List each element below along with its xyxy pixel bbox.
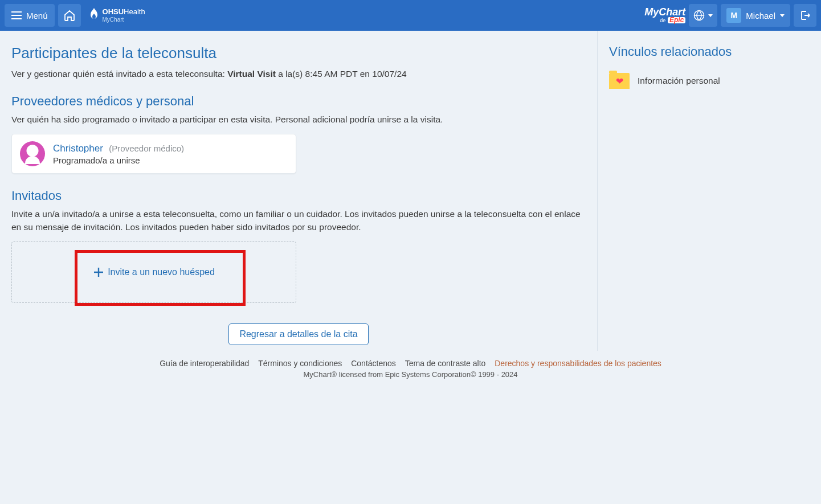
footer-link-rights[interactable]: Derechos y responsabilidades de los paci… xyxy=(495,359,661,368)
chevron-down-icon xyxy=(780,14,785,17)
subtitle-suffix: a la(s) 8:45 AM PDT en 10/07/24 xyxy=(276,69,407,79)
topbar-right: MyChart de Epic M Michael xyxy=(644,4,816,27)
invite-new-guest-button[interactable]: Invite a un nuevo huésped xyxy=(86,262,222,282)
back-button-row: Regresar a detalles de la cita xyxy=(11,323,586,345)
page-title: Participantes de la teleconsulta xyxy=(11,44,586,62)
menu-label: Menú xyxy=(26,11,48,21)
sidebar: Vínculos relacionados ❤ Información pers… xyxy=(597,31,802,351)
visit-name: Virtual Visit xyxy=(227,69,276,79)
providers-heading: Proveedores médicos y personal xyxy=(11,94,586,109)
logout-button[interactable] xyxy=(794,4,816,27)
hamburger-icon xyxy=(11,11,22,19)
user-avatar-initial: M xyxy=(726,8,741,23)
invite-box: Invite a un nuevo huésped xyxy=(11,241,296,303)
chevron-down-icon xyxy=(708,14,713,17)
ohsu-flame-icon xyxy=(89,8,99,23)
logo-suffix: Health xyxy=(124,7,145,16)
subtitle-prefix: Ver y gestionar quién está invitado a es… xyxy=(11,69,227,79)
guests-desc: Invite a un/a invitado/a a unirse a esta… xyxy=(11,208,586,233)
footer-copyright: MyChart® licensed from Epic Systems Corp… xyxy=(0,370,821,379)
home-icon xyxy=(63,10,76,21)
provider-name: Christopher xyxy=(53,143,103,154)
home-button[interactable] xyxy=(58,4,81,27)
providers-desc: Ver quién ha sido programado o invitado … xyxy=(11,113,586,126)
footer: Guía de interoperabilidad Términos y con… xyxy=(0,351,821,382)
related-link-personal-info[interactable]: ❤ Información personal xyxy=(609,71,791,91)
page-body: Participantes de la teleconsulta Ver y g… xyxy=(0,31,821,351)
globe-icon xyxy=(693,10,705,21)
provider-role: (Proveedor médico) xyxy=(109,144,184,153)
main-column: Participantes de la teleconsulta Ver y g… xyxy=(0,31,597,351)
provider-info: Christopher (Proveedor médico) Programad… xyxy=(53,143,184,165)
top-bar: Menú OHSUHealth MyChart MyChart de Epic … xyxy=(0,0,821,31)
provider-avatar-icon xyxy=(20,141,45,166)
folder-heart-icon: ❤ xyxy=(609,73,630,89)
language-button[interactable] xyxy=(689,4,717,27)
plus-icon xyxy=(93,267,104,278)
invite-label: Invite a un nuevo huésped xyxy=(108,267,215,277)
provider-card: Christopher (Proveedor médico) Programad… xyxy=(11,134,296,174)
topbar-left: Menú OHSUHealth MyChart xyxy=(5,4,145,27)
provider-status: Programado/a a unirse xyxy=(53,155,184,165)
footer-link-contrast[interactable]: Tema de contraste alto xyxy=(405,359,486,368)
logo-sub: MyChart xyxy=(103,17,145,23)
related-link-label: Información personal xyxy=(638,76,720,86)
menu-button[interactable]: Menú xyxy=(5,4,55,27)
logo-brand: OHSU xyxy=(103,7,124,16)
mychart-logo-de: de xyxy=(660,18,665,23)
logout-icon xyxy=(799,10,811,21)
guests-heading: Invitados xyxy=(11,189,586,203)
org-logo: OHSUHealth MyChart xyxy=(89,8,145,23)
heart-icon: ❤ xyxy=(616,76,623,87)
epic-logo: Epic xyxy=(668,17,685,23)
mychart-logo: MyChart de Epic xyxy=(644,7,685,23)
user-menu-button[interactable]: M Michael xyxy=(721,4,790,27)
related-links-heading: Vínculos relacionados xyxy=(609,44,791,59)
footer-link-contact[interactable]: Contáctenos xyxy=(351,359,396,368)
footer-link-terms[interactable]: Términos y condiciones xyxy=(258,359,342,368)
footer-link-interop[interactable]: Guía de interoperabilidad xyxy=(160,359,249,368)
back-to-details-button[interactable]: Regresar a detalles de la cita xyxy=(228,323,368,345)
footer-links: Guía de interoperabilidad Términos y con… xyxy=(0,359,821,368)
page-subtitle: Ver y gestionar quién está invitado a es… xyxy=(11,69,586,79)
user-name: Michael xyxy=(746,11,775,21)
